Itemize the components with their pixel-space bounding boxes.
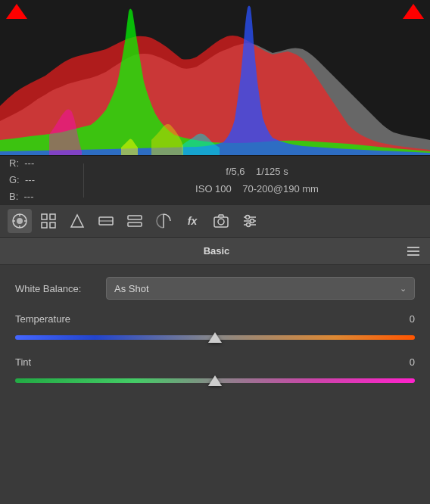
rgb-values: R: --- G: --- B: --- — [0, 149, 83, 211]
temperature-slider-track-wrapper[interactable] — [15, 331, 415, 344]
svg-rect-8 — [50, 214, 55, 219]
tint-slider-track-wrapper[interactable] — [15, 374, 415, 387]
camera-tool-icon[interactable] — [209, 209, 233, 233]
grid-tool-icon[interactable] — [36, 209, 61, 233]
svg-rect-14 — [128, 216, 142, 219]
g-value: --- — [25, 174, 35, 185]
temperature-track[interactable] — [15, 335, 415, 340]
r-label: R: — [9, 157, 19, 169]
svg-point-18 — [218, 219, 224, 225]
tint-header: Tint 0 — [15, 356, 415, 368]
crop-tool-icon[interactable] — [94, 209, 118, 233]
clipping-right-indicator[interactable] — [403, 4, 424, 19]
white-balance-select[interactable]: As Shot ⌄ — [106, 277, 415, 300]
tint-track[interactable] — [15, 378, 415, 383]
focal-length-value: 70-200@190 mm — [242, 183, 319, 194]
panel-menu-button[interactable] — [407, 247, 419, 256]
svg-point-2 — [17, 218, 23, 224]
iso-value: ISO 100 — [195, 183, 232, 194]
histogram-panel — [0, 0, 430, 155]
chevron-down-icon: ⌄ — [400, 284, 407, 294]
hsl-tool-icon[interactable] — [151, 209, 176, 233]
tint-slider-row: Tint 0 — [15, 356, 415, 387]
temperature-thumb[interactable] — [208, 332, 222, 343]
svg-rect-10 — [50, 222, 55, 228]
panel-content: White Balance: As Shot ⌄ Temperature 0 T… — [0, 265, 430, 412]
white-balance-label: White Balance: — [15, 283, 106, 294]
g-label: G: — [9, 174, 20, 185]
r-value: --- — [24, 157, 34, 169]
b-label: B: — [9, 191, 18, 202]
clipping-left-indicator[interactable] — [6, 4, 27, 19]
fx-tool-icon[interactable]: fx — [180, 209, 204, 233]
tone-curve-tool-icon[interactable] — [65, 209, 89, 233]
panel-title: Basic — [26, 245, 407, 257]
svg-point-24 — [247, 223, 251, 227]
histogram-tool-icon[interactable] — [8, 209, 32, 233]
svg-rect-7 — [42, 214, 47, 219]
tint-value: 0 — [410, 356, 415, 368]
shutter-value: 1/125 s — [256, 166, 288, 177]
info-bar: R: --- G: --- B: --- f/5,6 1/125 s ISO 1… — [0, 155, 430, 204]
svg-rect-15 — [128, 222, 142, 226]
tint-label: Tint — [15, 356, 31, 368]
white-balance-value: As Shot — [114, 283, 149, 294]
temperature-slider-row: Temperature 0 — [15, 313, 415, 344]
exif-info: f/5,6 1/125 s ISO 100 70-200@190 mm — [84, 157, 430, 204]
svg-marker-11 — [71, 215, 83, 227]
b-value: --- — [24, 191, 34, 202]
aperture-value: f/5,6 — [226, 166, 245, 177]
svg-point-22 — [246, 216, 250, 219]
calibrate-tool-icon[interactable] — [238, 209, 262, 233]
white-balance-row: White Balance: As Shot ⌄ — [15, 277, 415, 300]
tint-thumb[interactable] — [208, 375, 222, 386]
svg-rect-9 — [42, 222, 47, 228]
temperature-value: 0 — [410, 313, 415, 325]
strip-tool-icon[interactable] — [123, 209, 147, 233]
svg-point-23 — [251, 219, 254, 223]
panel-header: Basic — [0, 238, 430, 265]
temperature-label: Temperature — [15, 313, 70, 325]
temperature-header: Temperature 0 — [15, 313, 415, 325]
